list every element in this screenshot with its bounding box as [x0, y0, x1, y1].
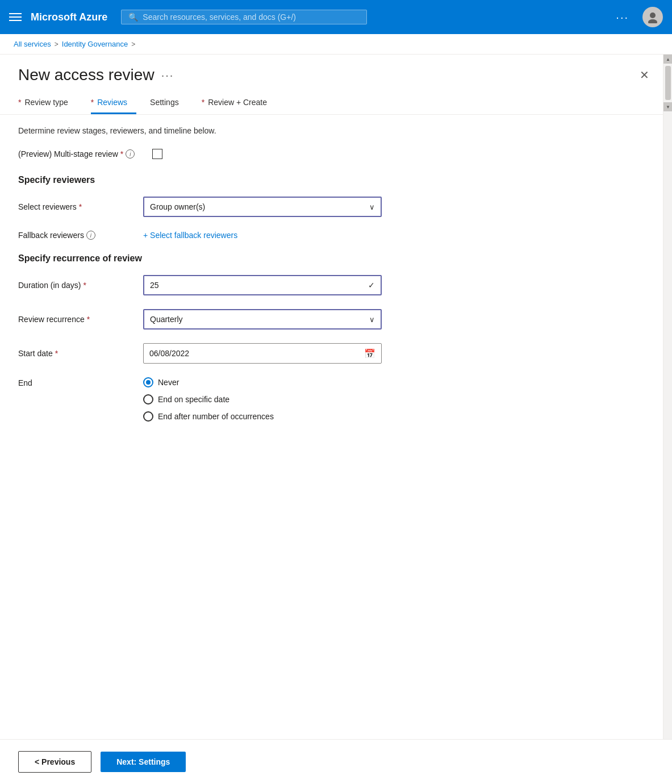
duration-check-icon: ✓ — [368, 281, 375, 290]
multi-stage-label-text: (Preview) Multi-stage review — [18, 149, 118, 159]
tab-review-create-label: Review + Create — [208, 98, 267, 107]
page-title-row: New access review ··· — [18, 66, 174, 84]
select-reviewers-chevron-icon: ∨ — [369, 203, 375, 211]
duration-label: Duration (in days) * — [18, 281, 143, 290]
end-label: End — [18, 377, 143, 387]
fallback-reviewers-link[interactable]: + Select fallback reviewers — [143, 231, 237, 240]
search-input[interactable] — [143, 12, 360, 22]
tab-review-type-label: Review type — [24, 98, 68, 107]
specify-recurrence-heading: Specify recurrence of review — [18, 253, 654, 264]
end-occurrences-radio[interactable] — [143, 411, 153, 422]
duration-required: * — [84, 281, 86, 290]
navbar-more-icon[interactable]: ··· — [616, 11, 629, 24]
duration-label-text: Duration (in days) — [18, 281, 81, 290]
recurrence-chevron-icon: ∨ — [369, 315, 375, 324]
end-radio-group: Never End on specific date End after num… — [143, 377, 274, 422]
end-specific-date-label: End on specific date — [158, 395, 229, 404]
multi-stage-label: (Preview) Multi-stage review * i — [18, 149, 143, 159]
multi-stage-checkbox[interactable] — [152, 149, 162, 159]
navbar: Microsoft Azure 🔍 ··· — [0, 0, 672, 34]
start-date-value: 06/08/2022 — [149, 349, 189, 358]
close-button[interactable]: ✕ — [635, 66, 654, 84]
select-reviewers-label-text: Select reviewers — [18, 202, 77, 211]
avatar[interactable] — [642, 7, 663, 27]
fallback-reviewers-row: Fallback reviewers i + Select fallback r… — [18, 231, 654, 240]
tab-review-create[interactable]: * Review + Create — [202, 93, 276, 114]
search-icon: 🔍 — [128, 12, 138, 22]
recurrence-row: Review recurrence * Quarterly ∨ — [18, 309, 654, 330]
select-reviewers-value: Group owner(s) — [150, 202, 205, 211]
page-header: New access review ··· ✕ — [0, 55, 672, 84]
end-specific-date-radio[interactable] — [143, 394, 153, 404]
page-footer: < Previous Next: Settings — [0, 739, 672, 784]
end-never-option[interactable]: Never — [143, 377, 274, 387]
tab-settings[interactable]: Settings — [150, 93, 188, 114]
breadcrumb-identity-governance[interactable]: Identity Governance — [62, 40, 128, 48]
recurrence-label-text: Review recurrence — [18, 315, 85, 324]
tab-settings-label: Settings — [150, 98, 179, 107]
tab-required-star-create: * — [202, 98, 204, 107]
tab-reviews[interactable]: * Reviews — [91, 93, 136, 114]
svg-point-0 — [650, 12, 656, 18]
fallback-reviewers-label-text: Fallback reviewers — [18, 231, 84, 240]
scrollbar-track[interactable]: ▲ ▼ — [663, 55, 672, 739]
end-row: End Never End on specific date End after… — [18, 377, 654, 422]
start-date-required: * — [55, 349, 58, 358]
end-occurrences-option[interactable]: End after number of occurrences — [143, 411, 274, 422]
hamburger-icon[interactable] — [9, 13, 22, 21]
next-button[interactable]: Next: Settings — [101, 752, 186, 772]
recurrence-value: Quarterly — [150, 315, 183, 324]
start-date-input[interactable]: 06/08/2022 📅 — [143, 343, 382, 364]
main-container: ▲ ▼ New access review ··· ✕ * Review typ… — [0, 55, 672, 739]
end-label-text: End — [18, 378, 32, 387]
calendar-icon: 📅 — [364, 348, 375, 359]
recurrence-label: Review recurrence * — [18, 315, 143, 324]
form-content: Determine review stages, reviewers, and … — [0, 115, 672, 739]
end-never-radio[interactable] — [143, 377, 153, 387]
svg-point-1 — [648, 19, 657, 23]
recurrence-dropdown[interactable]: Quarterly ∨ — [143, 309, 382, 330]
recurrence-required: * — [87, 315, 90, 324]
select-reviewers-dropdown[interactable]: Group owner(s) ∨ — [143, 197, 382, 217]
tab-reviews-label: Reviews — [97, 98, 127, 107]
start-date-label-text: Start date — [18, 349, 53, 358]
fallback-reviewers-info-icon[interactable]: i — [86, 231, 95, 240]
tab-required-star: * — [18, 98, 21, 107]
select-reviewers-label: Select reviewers * — [18, 202, 143, 211]
search-bar[interactable]: 🔍 — [121, 10, 367, 24]
page-title: New access review — [18, 66, 155, 84]
scrollbar-down-icon[interactable]: ▼ — [663, 102, 672, 111]
end-occurrences-label: End after number of occurrences — [158, 412, 274, 421]
end-never-label: Never — [158, 378, 179, 387]
fallback-reviewers-label: Fallback reviewers i — [18, 231, 143, 240]
breadcrumb-all-services[interactable]: All services — [14, 40, 51, 48]
tab-review-type[interactable]: * Review type — [18, 93, 77, 114]
tab-required-star-reviews: * — [91, 98, 94, 107]
specify-reviewers-heading: Specify reviewers — [18, 175, 654, 185]
breadcrumb: All services > Identity Governance > — [0, 34, 672, 55]
end-specific-date-option[interactable]: End on specific date — [143, 394, 274, 404]
select-reviewers-required: * — [79, 202, 82, 211]
multi-stage-row: (Preview) Multi-stage review * i — [18, 149, 654, 159]
multi-stage-info-icon[interactable]: i — [126, 149, 135, 159]
tabs-bar: * Review type * Reviews Settings * Revie… — [0, 84, 672, 115]
breadcrumb-sep-1: > — [55, 40, 59, 48]
brand-name: Microsoft Azure — [31, 11, 107, 23]
start-date-row: Start date * 06/08/2022 📅 — [18, 343, 654, 364]
duration-input[interactable]: 25 ✓ — [143, 275, 382, 295]
duration-value: 25 — [150, 281, 159, 290]
previous-button[interactable]: < Previous — [18, 751, 91, 773]
duration-row: Duration (in days) * 25 ✓ — [18, 275, 654, 295]
page-more-icon[interactable]: ··· — [161, 69, 174, 82]
form-description: Determine review stages, reviewers, and … — [18, 126, 654, 135]
select-reviewers-row: Select reviewers * Group owner(s) ∨ — [18, 197, 654, 217]
start-date-label: Start date * — [18, 349, 143, 358]
multi-stage-required: * — [120, 149, 123, 159]
scrollbar-thumb[interactable] — [665, 66, 671, 100]
scrollbar-up-icon[interactable]: ▲ — [663, 55, 672, 64]
breadcrumb-sep-2: > — [131, 40, 135, 48]
